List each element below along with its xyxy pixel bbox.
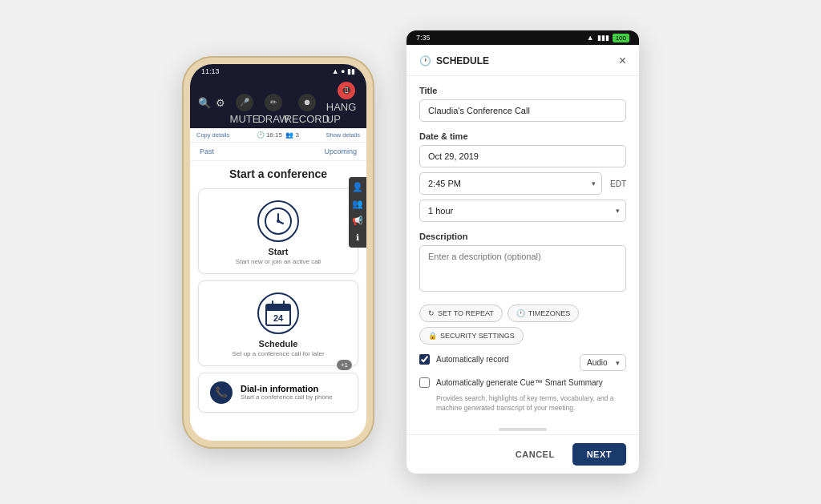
schedule-card-desc: Set up a conference call for later [232,350,324,357]
time-select-wrap: 2:45 PM ▾ [419,172,602,195]
smart-summary-checkbox[interactable] [419,377,430,388]
start-icon-wrap [257,200,299,242]
time-select[interactable]: 2:45 PM [419,172,602,195]
timezone-label: EDT [610,179,626,188]
phone-screen: 11:13 ▲ ● ▮▮ 🔍 ⚙ 🎤 MUTE ✏ DRAW [190,64,366,441]
call-timer: 🕐 16:15 👥 3 [257,131,299,139]
record-icon: ⏺ [298,94,316,111]
description-label: Description [419,232,626,241]
timezones-label: TIMEZONES [528,309,571,317]
phone-top-icons: 🔍 ⚙ 🎤 MUTE ✏ DRAW ⏺ RECORD [190,79,366,128]
dialin-text: Dial-in information Start a conference c… [241,384,333,401]
dialin-card[interactable]: 📞 Dial-in information Start a conference… [198,373,358,413]
clock-header-icon: 🕐 [419,55,431,67]
timezones-button[interactable]: 🕐 TIMEZONES [508,304,580,322]
plus-badge: +1 [337,360,352,370]
timezones-icon: 🕐 [516,309,525,317]
mute-button[interactable]: 🎤 MUTE [230,94,259,125]
schedule-card-title: Schedule [259,339,298,349]
draw-icon: ✏ [265,94,282,111]
modal-header: 🕐 SCHEDULE × [406,45,639,76]
dialin-desc: Start a conference call by phone [241,393,333,401]
start-card-title: Start [268,247,288,256]
close-button[interactable]: × [619,54,626,67]
sidebar-icon-4[interactable]: ℹ [352,232,363,243]
search-icon[interactable]: 🔍 [198,97,211,109]
hangup-label: HANG UP [326,101,366,125]
repeat-label: SET TO REPEAT [438,309,494,317]
draw-button[interactable]: ✏ DRAW [259,94,288,125]
repeat-icon: ↻ [428,309,435,317]
security-settings-button[interactable]: 🔒 SECURITY SETTINGS [419,327,524,345]
time-row: 2:45 PM ▾ EDT [419,172,626,195]
modal-title-text: SCHEDULE [436,55,489,67]
modal-body: Title Date & time 2:45 PM ▾ EDT [406,76,639,423]
hangup-icon: 📵 [338,82,355,99]
description-input[interactable] [419,245,626,292]
record-checkbox[interactable] [419,354,430,365]
right-sidebar: 👤 👥 📢 ℹ [349,177,366,248]
mute-label: MUTE [230,113,260,125]
sidebar-icon-1[interactable]: 👤 [352,182,363,192]
set-to-repeat-button[interactable]: ↻ SET TO REPEAT [419,304,503,322]
dialin-title: Dial-in information [241,384,333,393]
record-label: Automatically record [436,355,509,364]
title-field-group: Title [419,86,626,122]
modal-status-bar: 7:35 ▲ ▮▮▮ 100 [406,30,639,45]
phone-main: Start a conference Start [190,161,366,441]
duration-select-wrap: 1 hour 30 minutes 2 hours ▾ [419,200,626,222]
copy-details-link[interactable]: Copy details [196,131,229,139]
security-label: SECURITY SETTINGS [440,332,515,340]
modal-time: 7:35 [416,34,431,42]
phone-status-icons: ▲ ● ▮▮ [332,67,355,75]
title-label: Title [419,86,626,95]
schedule-modal: 7:35 ▲ ▮▮▮ 100 🕐 SCHEDULE × Title [406,30,639,474]
wifi-icon: ▲ [587,34,594,42]
duration-select[interactable]: 1 hour 30 minutes 2 hours [419,200,626,222]
security-icon: 🔒 [428,332,437,340]
phone-time: 11:13 [201,67,220,75]
modal-status-icons: ▲ ▮▮▮ 100 [587,34,629,42]
record-button[interactable]: ⏺ RECORD [288,94,326,125]
gear-icon[interactable]: ⚙ [216,97,225,109]
cancel-button[interactable]: CANCEL [506,443,564,466]
hangup-button[interactable]: 📵 HANG UP [326,82,366,125]
record-label: RECORD [285,113,330,125]
nav-upcoming[interactable]: Upcoming [324,147,357,155]
smart-summary-desc: Provides search, highlights of key terms… [436,394,626,413]
datetime-label: Date & time [419,131,626,141]
next-button[interactable]: NEXT [572,443,626,466]
sidebar-icon-3[interactable]: 📢 [352,216,363,226]
audio-select[interactable]: Audio Video [580,354,626,371]
battery-icon: 100 [613,34,629,42]
phone-info-bar: Copy details 🕐 16:15 👥 3 Show details [190,128,366,143]
start-card-desc: Start new or join an active call [236,258,321,265]
smart-summary-checkbox-row: Automatically generate Cue™ Smart Summar… [419,377,626,388]
title-input[interactable] [419,99,626,122]
record-checkbox-row: Automatically record [419,354,509,365]
svg-point-3 [277,220,280,223]
audio-select-wrap: Audio Video ▾ [580,354,626,371]
sidebar-icon-2[interactable]: 👥 [352,199,363,209]
scene: 11:13 ▲ ● ▮▮ 🔍 ⚙ 🎤 MUTE ✏ DRAW [0,14,821,490]
modal-title: 🕐 SCHEDULE [419,55,489,67]
nav-past[interactable]: Past [200,147,214,155]
dialin-phone-icon: 📞 [210,381,233,404]
svg-rect-5 [266,304,290,311]
phone-nav: Past Upcoming [190,143,366,161]
page-title: Start a conference [229,167,327,180]
schedule-card[interactable]: 24 Schedule Set up a conference call for… [198,280,358,366]
svg-text:24: 24 [273,313,284,323]
start-card[interactable]: Start Start new or join an active call [198,188,358,274]
signal-icon: ▮▮▮ [597,34,609,42]
record-row: Automatically record Audio Video ▾ [419,354,626,371]
date-input[interactable] [419,145,626,167]
modal-footer: CANCEL NEXT [406,434,639,474]
smart-summary-group: Automatically generate Cue™ Smart Summar… [419,377,626,413]
show-details-link[interactable]: Show details [326,131,360,139]
clock-icon [264,207,293,236]
phone-status-bar: 11:13 ▲ ● ▮▮ [190,64,366,79]
action-buttons: ↻ SET TO REPEAT 🕐 TIMEZONES 🔒 SECURITY S… [419,304,626,345]
calendar-icon: 24 [264,299,293,328]
schedule-icon-wrap: 24 [257,292,299,334]
